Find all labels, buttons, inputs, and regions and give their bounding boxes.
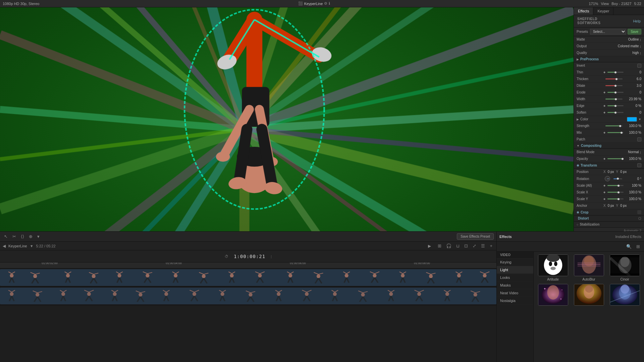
thicken-slider[interactable] xyxy=(605,78,623,79)
compositing-label: Compositing xyxy=(581,144,601,147)
video-preview[interactable] xyxy=(0,7,574,231)
width-slider[interactable] xyxy=(605,99,623,100)
thin-slider[interactable] xyxy=(607,72,624,73)
thin-label: Thin xyxy=(577,70,603,74)
effect-cinoir-label: Cinoir xyxy=(620,278,629,281)
color-swatch[interactable] xyxy=(627,117,637,122)
view-button[interactable]: View xyxy=(601,2,609,6)
edge-row: Edge ◆ 0 % xyxy=(574,103,644,109)
effect6-thumbnail xyxy=(610,284,640,306)
soften-diamond: ◆ xyxy=(603,111,605,114)
soften-slider[interactable] xyxy=(607,112,624,113)
category-neat-video[interactable]: Neat Video xyxy=(497,289,533,297)
category-light[interactable]: Light xyxy=(497,266,533,274)
strength-label: Strength xyxy=(577,124,603,128)
distort-section[interactable]: Distort ⬡ xyxy=(574,216,644,222)
timeline-ruler: 01:00:02:00 01:00:04:00 01:00:06:00 01:0… xyxy=(0,262,496,268)
save-button[interactable]: Save xyxy=(628,29,641,35)
expand-icon[interactable]: ⤢ xyxy=(471,243,478,249)
stabilization-enabled: ○ xyxy=(577,223,578,226)
position-x[interactable]: 0 px xyxy=(608,170,614,174)
edge-label: Edge xyxy=(577,104,603,108)
category-keying[interactable]: Keying xyxy=(497,258,533,266)
invert-checkbox[interactable] xyxy=(637,64,641,68)
effect-artitude[interactable]: Artitude xyxy=(536,254,570,281)
output-value[interactable]: Colored matte xyxy=(603,44,639,48)
dilate-slider[interactable] xyxy=(605,85,623,86)
dilate-label: Dilate xyxy=(577,84,603,87)
anchor-x[interactable]: 0 px xyxy=(608,204,614,207)
quality-label: Quality xyxy=(577,51,603,55)
effect-6[interactable] xyxy=(608,284,641,307)
nav-next[interactable]: ▶ xyxy=(428,244,431,248)
erode-slider[interactable] xyxy=(607,92,624,93)
edge-slider[interactable] xyxy=(607,105,624,106)
strength-row: Strength 100.0 % xyxy=(574,123,644,129)
scale-y-slider[interactable] xyxy=(607,198,624,199)
speaker-icon[interactable]: ⊔ xyxy=(455,243,461,249)
compositing-section[interactable]: ▼ Compositing xyxy=(574,143,644,149)
blade-icon[interactable]: ⟨⟩ xyxy=(19,233,25,240)
track-clip-1[interactable] xyxy=(0,269,496,286)
clip-name: KeyperLine xyxy=(8,244,27,248)
select-icon[interactable]: ↖ xyxy=(3,233,9,240)
effects-search-icon[interactable]: 🔍 xyxy=(625,243,633,250)
list-icon[interactable]: ☰ xyxy=(480,243,486,249)
svg-rect-45 xyxy=(0,269,496,286)
anchor-y[interactable]: 0 px xyxy=(620,204,627,207)
strength-slider[interactable] xyxy=(605,125,623,126)
preprocess-section[interactable]: ▶ PreProcess xyxy=(574,56,644,62)
opacity-slider[interactable] xyxy=(607,158,624,159)
presets-select[interactable]: Select... xyxy=(590,29,626,35)
zoom-level[interactable]: 171% xyxy=(589,2,598,6)
effects-grid-icon[interactable]: ⊞ xyxy=(635,243,641,250)
effects-content: VIDEO Keying Light Looks Masks Neat Vide… xyxy=(497,252,644,362)
effects-header: Effects Installed Effects xyxy=(497,232,644,242)
mix-slider[interactable] xyxy=(607,132,624,133)
track-clip-2[interactable] xyxy=(0,288,496,304)
opacity-row: Opacity ◆ 100.0 % xyxy=(574,156,644,162)
rotation-slider[interactable] xyxy=(613,178,622,179)
crop-checkbox[interactable] xyxy=(637,210,641,214)
transform-checkbox[interactable] xyxy=(637,163,641,167)
timeline-name-chevron[interactable]: ▼ xyxy=(30,244,34,248)
scale-all-slider[interactable] xyxy=(607,185,624,186)
category-masks[interactable]: Masks xyxy=(497,282,533,289)
effect-5[interactable] xyxy=(572,284,605,307)
transform-section[interactable]: ◉ Transform xyxy=(574,162,644,169)
matte-value[interactable]: Outline xyxy=(603,38,639,41)
add-icon[interactable]: + xyxy=(488,243,494,249)
panel-content: SHEFFIELD SOFTWORKS Help Presets Select.… xyxy=(574,15,644,231)
tab-effects[interactable]: Effects xyxy=(574,7,593,15)
trim-icon[interactable]: ✂ xyxy=(11,233,17,240)
camera2-icon[interactable]: ⊡ xyxy=(463,243,469,249)
patch-checkbox[interactable] xyxy=(637,137,641,141)
save-effects-preset-button[interactable]: Save Effects Preset xyxy=(457,233,494,240)
effect-cinoir[interactable]: Cinoir xyxy=(608,254,641,281)
grid-icon[interactable]: ⊞ xyxy=(436,243,443,249)
svg-point-111 xyxy=(373,274,376,278)
tab-keyper[interactable]: Keyper xyxy=(593,7,613,15)
help-button[interactable]: Help xyxy=(633,19,641,23)
crop-section[interactable]: ◉ Crop xyxy=(574,209,644,216)
scale-x-slider[interactable] xyxy=(607,192,624,193)
more-icon[interactable]: ▾ xyxy=(36,233,41,240)
effect-4[interactable]: ✦ ✦ ✦ xyxy=(536,284,570,307)
effect-autoblur[interactable]: AutoBlur xyxy=(572,254,605,281)
svg-point-121 xyxy=(429,274,433,278)
category-looks[interactable]: Looks xyxy=(497,274,533,282)
headphone-icon[interactable]: 🎧 xyxy=(445,243,453,249)
nav-prev[interactable]: ◀ xyxy=(3,244,6,248)
zoom-icon[interactable]: ⊕ xyxy=(28,233,34,240)
quality-value[interactable]: high xyxy=(603,51,639,55)
rotation-dial[interactable] xyxy=(605,176,610,181)
anchor-row: Anchor X 0 px Y 0 px xyxy=(574,202,644,209)
bottom-section: ↖ ✂ ⟨⟩ ⊕ ▾ Save Effects Preset ◀ KeyperL… xyxy=(0,231,644,362)
stabilization-section[interactable]: ○ Stabilization xyxy=(574,222,644,228)
resolution-label: 1080p HD 30p, Stereo xyxy=(3,2,39,6)
category-nostalgia[interactable]: Nostalgia xyxy=(497,297,533,305)
presets-row: Presets Select... Save xyxy=(574,27,644,36)
panel-tabs: Effects Keyper xyxy=(574,7,644,15)
blend-mode-value[interactable]: Normal xyxy=(603,150,639,154)
position-y[interactable]: 0 px xyxy=(620,170,627,174)
